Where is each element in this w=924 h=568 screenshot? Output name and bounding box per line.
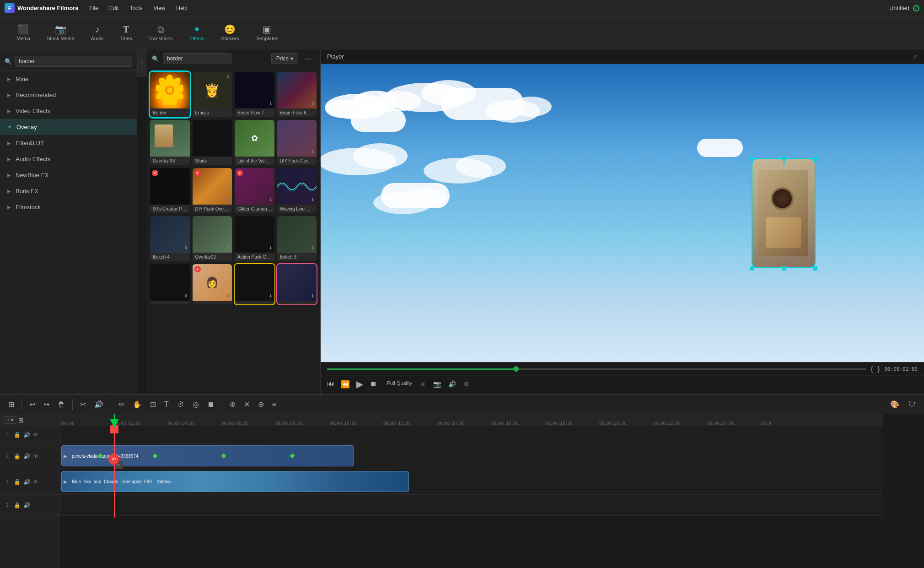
collapse-sidebar-button[interactable]: ‹ [137,49,146,77]
render-preview-icon[interactable]: 🖥 [419,380,426,388]
effect-card-border[interactable]: Border [150,72,190,117]
menu-tools[interactable]: Tools [128,4,144,12]
color-grading-button[interactable]: 🎨 [887,398,902,411]
freeze-button[interactable]: ⏹ [204,399,217,411]
close-gap-button[interactable]: ✕ [241,398,252,411]
effect-card-overlay02[interactable]: ⬇ Overlay02 [193,216,232,261]
effect-card-emojis[interactable]: 👸 ⬇ Emojis [193,72,232,117]
track-visible-v1[interactable]: 👁 [33,479,38,485]
handle-top-left[interactable] [750,157,754,161]
effect-card-bokeh3[interactable]: ⬇ Bokeh 3 [277,216,317,261]
stabilize-button[interactable]: ◎ [190,398,202,411]
rewind-button[interactable]: ⏮ [327,380,334,388]
menu-help[interactable]: Help [174,4,189,12]
track-row-v3[interactable] [59,426,883,444]
sidebar-item-boris-fx[interactable]: ▶ Boris FX [0,183,137,199]
price-filter-button[interactable]: Price ▾ [271,53,298,64]
player-viewport[interactable] [321,64,924,362]
track-row-v1[interactable]: ▶ Blue_Sky_and_Clouds_Timelapse_089__Vid… [59,469,883,495]
timeline-content[interactable]: :00:00 00:00:02:00 00:00:04:00 00:00:06:… [59,414,924,568]
effect-card-90s[interactable]: ♥ 90's Creator Pack Ove... [150,168,190,213]
pen-button[interactable]: ✏ [116,398,127,411]
effect-card-diy02[interactable]: ⬇ DIY Pack Overlay 02 [277,120,317,165]
track-lock-v1[interactable]: 🔒 [14,479,21,485]
handle-bottom-right[interactable] [813,266,817,270]
track-visible-v2[interactable]: 👁 [33,453,38,460]
tool-media[interactable]: ⬛ Media [9,22,38,44]
play-button[interactable]: ▶ [356,379,363,389]
effect-card-overlay03[interactable]: Overlay 03 [150,120,190,165]
sidebar-item-recommended[interactable]: ▶ Recommended [0,87,137,103]
effects-search-input[interactable] [163,53,231,64]
effect-card-studs[interactable]: Studs [193,120,232,165]
tool-stock-media[interactable]: 📷 Stock Media [39,22,82,44]
effect-card-dark2[interactable]: ⬇ [235,264,274,304]
sidebar-item-video-effects[interactable]: ▶ Video Effects [0,103,137,119]
effect-card-girl[interactable]: ♥ 👩 ⬇ [193,264,232,304]
delete-button[interactable]: 🗑 [55,399,68,411]
handle-top-right[interactable] [813,157,817,161]
menu-file[interactable]: File [87,4,100,12]
track-row-a1[interactable] [59,495,883,516]
shield-button[interactable]: 🛡 [906,398,919,411]
player-expand-button[interactable]: ⤢ [913,54,918,60]
clip-v1[interactable]: ▶ Blue_Sky_and_Clouds_Timelapse_089__Vid… [61,471,409,492]
menu-view[interactable]: View [151,4,167,12]
effect-card-glitter[interactable]: ♥ ⬇ Glitter Glamour Pack ... [235,168,274,213]
track-lock-a1[interactable]: 🔒 [14,502,21,508]
ripple-button[interactable]: ⊛ [227,398,238,411]
text-button[interactable]: T [161,399,172,411]
effect-card-beam7[interactable]: ⬇ Beam Flow 7 [235,72,274,117]
crop-button[interactable]: ✋ [130,398,145,411]
search-input[interactable] [15,56,132,67]
tool-audio[interactable]: ♪ Audio [84,22,111,44]
timing-button[interactable]: ⏱ [174,399,187,411]
redo-button[interactable]: ↪ [41,398,52,411]
more-button[interactable]: ≡ [269,399,279,411]
tool-effects[interactable]: ✦ Effects [182,22,212,44]
progress-thumb[interactable] [513,366,519,372]
menu-edit[interactable]: Edit [107,4,121,12]
more-options-button[interactable]: ⋯ [302,54,315,64]
stop-button[interactable]: ⏹ [370,380,377,388]
effect-card-bokeh4[interactable]: ⬇ Bokeh 4 [150,216,190,261]
undo-button[interactable]: ↩ [27,398,38,411]
tool-stickers[interactable]: 😊 Stickers [214,22,246,44]
tool-titles[interactable]: T Titles [113,22,140,44]
tool-templates[interactable]: ▣ Templates [248,22,285,44]
layout-button[interactable]: ⊞ [5,398,17,411]
track-lock-v2[interactable]: 🔒 [14,453,21,460]
step-back-button[interactable]: ⏪ [341,380,350,389]
track-visible-v3[interactable]: 👁 [33,432,38,438]
sidebar-item-mine[interactable]: ▶ Mine [0,71,137,87]
add-track-button[interactable]: + ▾ [4,416,16,424]
effect-card-wave[interactable]: ⬇ Waving Line With Ai P... [277,168,317,213]
sidebar-item-filmstock[interactable]: ▶ Filmstock [0,199,137,215]
add-button[interactable]: ⊕ [255,398,267,411]
track-mute-v2[interactable]: 🔊 [23,453,30,460]
effect-card-dark3[interactable]: ⬇ [277,264,317,304]
effect-card-actionpack[interactable]: ⬇ Action Pack Overlay 4 [235,216,274,261]
sidebar-item-newblue-fx[interactable]: ▶ NewBlue FX [0,167,137,183]
effect-card-diy03[interactable]: ♥ ⬇ DIY Pack Overlay 03 [193,168,232,213]
cut-button[interactable]: ✂ [77,398,89,411]
handle-bottom-mid[interactable] [782,266,786,270]
track-mute-v3[interactable]: 🔊 [23,432,30,438]
track-row-v2[interactable]: ▶ pexels-vlada-karpov-ch-9368974 ✂ [59,444,883,469]
effect-card-beam6[interactable]: ⬇ Beam Flow 6 [277,72,317,117]
track-mute-a1[interactable]: 🔊 [23,502,30,508]
sidebar-item-filter-lut[interactable]: ▶ Filter&LUT [0,135,137,151]
mark-out-button[interactable]: } [877,365,880,373]
transform-button[interactable]: ⊡ [147,398,159,411]
clip-v2[interactable]: ▶ pexels-vlada-karpov-ch-9368974 [61,445,354,466]
effect-card-dark1[interactable]: ⬇ [150,264,190,304]
sidebar-item-overlay[interactable]: ▼ Overlay [0,119,137,135]
quality-select[interactable]: Full Quality [387,380,412,388]
sidebar-item-audio-effects[interactable]: ▶ Audio Effects [0,151,137,167]
audio-detach-button[interactable]: 🔊 [91,398,106,411]
handle-bottom-left[interactable] [750,266,754,270]
mark-in-button[interactable]: { [871,365,873,373]
track-mute-v1[interactable]: 🔊 [23,479,30,485]
track-lock-v3[interactable]: 🔒 [14,432,21,438]
snapshot-icon[interactable]: 📷 [433,380,441,388]
